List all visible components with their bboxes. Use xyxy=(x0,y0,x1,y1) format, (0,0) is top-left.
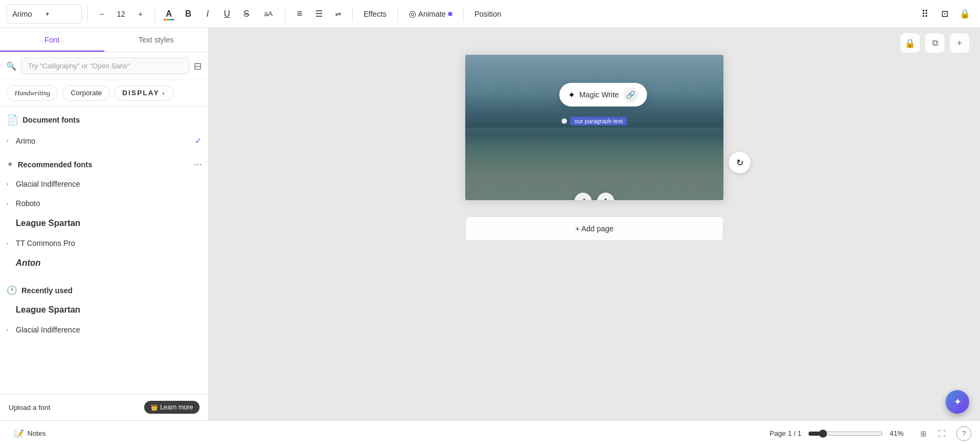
font-size-input[interactable] xyxy=(111,10,131,18)
font-item-roboto[interactable]: › Roboto xyxy=(0,194,208,213)
notes-button[interactable]: 📝 Notes xyxy=(9,426,51,442)
rotate-button[interactable]: ↺ xyxy=(574,193,592,200)
font-item-tt-commons-pro[interactable]: › TT Commons Pro xyxy=(0,233,208,253)
text-cursor-dot xyxy=(562,118,567,124)
chevron-down-icon: ▾ xyxy=(46,10,76,18)
slide-container: ✦ Magic Write 🔗 our paragraph text ↺ ✥ xyxy=(465,55,723,200)
paragraph-text: our paragraph text xyxy=(570,117,627,125)
zoom-level: 41% xyxy=(890,429,909,437)
list-button[interactable]: ☰ xyxy=(310,5,328,23)
canvas-scroll[interactable]: ✦ Magic Write 🔗 our paragraph text ↺ ✥ xyxy=(209,28,980,420)
strikethrough-icon: S xyxy=(244,9,250,19)
position-button[interactable]: Position xyxy=(469,8,507,20)
font-size-group: − + xyxy=(93,5,149,23)
lock-slide-button[interactable]: 🔒 xyxy=(900,33,920,53)
eye-icon: ◎ xyxy=(409,9,416,19)
search-bar: 🔍 ⊟ xyxy=(0,52,208,80)
view-buttons: ⊞ ⛶ xyxy=(915,426,950,442)
expand-arrow-icon: › xyxy=(6,327,8,333)
expand-arrow-icon: › xyxy=(6,138,8,144)
category-pill-corporate[interactable]: Corporate xyxy=(62,86,110,101)
chain-icon[interactable]: 🔗 xyxy=(623,87,638,102)
font-item-glacial-recent[interactable]: › Glacial Indifference xyxy=(0,320,208,339)
toolbar-divider-3 xyxy=(285,6,286,22)
bottom-right: Page 1 / 1 41% ⊞ ⛶ ? xyxy=(770,426,971,442)
font-panel-scroll[interactable]: 📄 Document fonts › Arimo ✓ ✦ Recommended… xyxy=(0,107,208,394)
notes-icon: 📝 xyxy=(14,429,24,438)
recommended-more-button[interactable]: ··· xyxy=(194,159,202,170)
magic-star-icon: ✦ xyxy=(568,90,575,100)
grid-dots-button[interactable]: ⠿ xyxy=(915,5,933,23)
slide-image[interactable]: ✦ Magic Write 🔗 our paragraph text ↺ ✥ xyxy=(465,55,723,200)
font-item-league-spartan-recent[interactable]: › League Spartan xyxy=(0,300,208,320)
animate-button[interactable]: ◎ Animate xyxy=(403,6,458,21)
toolbar-divider-5 xyxy=(397,6,398,22)
upload-label: Upload a font xyxy=(9,403,50,412)
left-panel: Font Text styles 🔍 ⊟ Handwriting Corpora… xyxy=(0,28,209,420)
align-icon: ≡ xyxy=(297,8,303,19)
toolbar-divider-1 xyxy=(87,6,88,22)
case-button[interactable]: aA xyxy=(257,5,280,23)
font-item-anton[interactable]: › Anton xyxy=(0,253,208,273)
color-icon: A xyxy=(166,9,172,19)
list-indent-icon: ⇌ xyxy=(335,10,342,18)
crown-icon: 👑 xyxy=(151,404,158,411)
font-item-glacial-indifference[interactable]: › Glacial Indifference xyxy=(0,174,208,194)
zoom-slider[interactable] xyxy=(808,429,883,438)
font-size-decrease-button[interactable]: − xyxy=(93,5,110,23)
grid-view-button[interactable]: ⊞ xyxy=(915,426,932,442)
main-layout: Font Text styles 🔍 ⊟ Handwriting Corpora… xyxy=(0,28,980,420)
expand-arrow-icon: › xyxy=(6,181,8,187)
panel-tabs: Font Text styles xyxy=(0,28,208,52)
font-dropdown-label: Arimo xyxy=(12,10,42,18)
align-button[interactable]: ≡ xyxy=(291,5,308,23)
strikethrough-button[interactable]: S xyxy=(238,5,255,23)
search-input[interactable] xyxy=(21,58,189,74)
top-toolbar: Arimo ▾ − + A B I U S aA ≡ ☰ ⇌ xyxy=(0,0,980,28)
page-info: Page 1 / 1 xyxy=(770,429,801,437)
category-pill-handwriting[interactable]: Handwriting xyxy=(6,86,58,101)
tab-font[interactable]: Font xyxy=(0,28,104,52)
expand-arrow-icon: › xyxy=(6,240,8,246)
search-icon: 🔍 xyxy=(6,61,17,71)
slide-text-element[interactable]: our paragraph text xyxy=(562,117,627,125)
color-button[interactable]: A xyxy=(160,5,177,23)
checkmark-icon: ✓ xyxy=(195,136,202,146)
font-dropdown[interactable]: Arimo ▾ xyxy=(6,4,82,24)
font-item-league-spartan[interactable]: › League Spartan xyxy=(0,213,208,233)
underline-button[interactable]: U xyxy=(218,5,236,23)
font-categories: Handwriting Corporate DISPLAY › xyxy=(0,80,208,107)
add-page-button[interactable]: + Add page xyxy=(465,216,723,241)
bold-button[interactable]: B xyxy=(180,5,197,23)
slide-controls: ↺ ✥ xyxy=(574,193,614,200)
bottom-bar: 📝 Notes Page 1 / 1 41% ⊞ ⛶ ? xyxy=(0,420,980,446)
italic-icon: I xyxy=(207,9,209,19)
crop-icon[interactable]: ⊡ xyxy=(936,5,953,23)
animate-active-dot xyxy=(448,12,452,16)
ai-refresh-button[interactable]: ↻ xyxy=(729,152,750,173)
learn-more-button[interactable]: 👑 Learn more xyxy=(144,401,200,414)
ai-fab-button[interactable]: ✦ xyxy=(946,390,969,414)
underline-icon: U xyxy=(224,9,230,19)
chevron-right-icon: › xyxy=(162,90,166,96)
category-pill-display[interactable]: DISPLAY › xyxy=(114,86,173,101)
recently-used-section: 🕐 Recently used xyxy=(0,278,208,300)
help-button[interactable]: ? xyxy=(956,426,971,441)
move-button[interactable]: ✥ xyxy=(597,193,614,200)
duplicate-slide-button[interactable]: ⧉ xyxy=(925,33,945,53)
fullscreen-button[interactable]: ⛶ xyxy=(934,426,950,442)
magic-write-popup: ✦ Magic Write 🔗 xyxy=(559,83,647,107)
tab-text-styles[interactable]: Text styles xyxy=(104,28,209,52)
effects-button[interactable]: Effects xyxy=(358,8,392,20)
toolbar-divider-2 xyxy=(154,6,155,22)
font-item-arimo[interactable]: › Arimo ✓ xyxy=(0,130,208,151)
clock-icon: 🕐 xyxy=(6,285,17,295)
canvas-area: 🔒 ⧉ + ✦ Magic Write 🔗 xyxy=(209,28,980,420)
italic-button[interactable]: I xyxy=(199,5,216,23)
filter-icon[interactable]: ⊟ xyxy=(194,60,202,72)
lock-icon[interactable]: 🔒 xyxy=(956,5,974,23)
bold-icon: B xyxy=(185,9,191,19)
font-size-increase-button[interactable]: + xyxy=(132,5,149,23)
list-indent-button[interactable]: ⇌ xyxy=(330,5,347,23)
add-slide-button[interactable]: + xyxy=(950,33,969,53)
